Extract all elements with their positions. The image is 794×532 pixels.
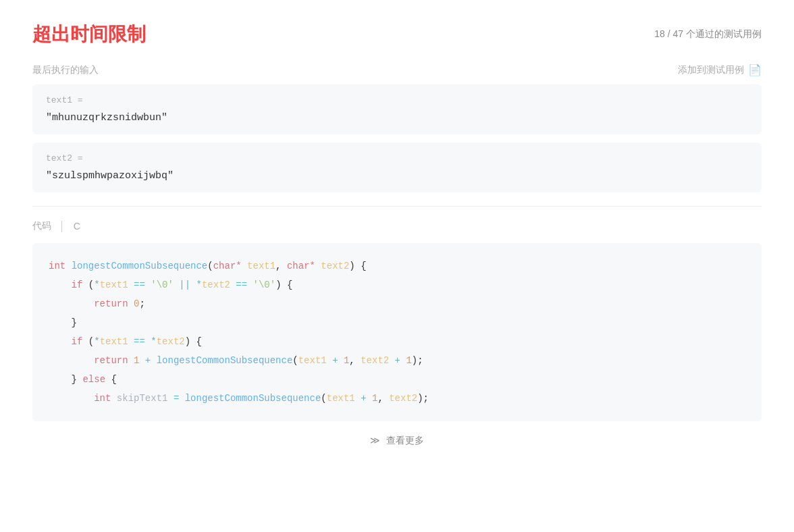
- code-line-4: }: [49, 313, 745, 332]
- code-line-6: return 1 + longestCommonSubsequence(text…: [49, 351, 745, 370]
- divider: [32, 206, 762, 207]
- last-input-label: 最后执行的输入: [32, 64, 99, 76]
- code-lang: C: [74, 221, 80, 232]
- add-to-test-label: 添加到测试用例: [678, 64, 744, 76]
- code-line-5: if (*text1 == *text2) {: [49, 332, 745, 351]
- view-more-label: 查看更多: [386, 435, 424, 446]
- test-label: 个通过的测试用例: [686, 28, 762, 39]
- input2-label: text2 =: [46, 153, 748, 163]
- input1-value: "mhunuzqrkzsnidwbun": [46, 112, 748, 124]
- input1-label: text1 =: [46, 95, 748, 105]
- chevron-down-icon: ≫: [370, 435, 380, 446]
- code-section-header: 代码 │ C: [32, 220, 762, 232]
- input2-block: text2 = "szulspmhwpazoxijwbq": [32, 142, 762, 192]
- code-line-1: int longestCommonSubsequence(char* text1…: [49, 257, 745, 275]
- code-block: int longestCommonSubsequence(char* text1…: [32, 243, 762, 421]
- code-label: 代码: [32, 220, 51, 232]
- input1-block: text1 = "mhunuzqrkzsnidwbun": [32, 84, 762, 134]
- code-line-8: int skipText1 = longestCommonSubsequence…: [49, 389, 745, 408]
- code-separator: │: [59, 221, 65, 232]
- code-line-7: } else {: [49, 370, 745, 389]
- add-to-test-button[interactable]: 添加到测试用例 📄: [678, 63, 762, 76]
- test-total: 47: [673, 28, 684, 39]
- code-line-3: return 0;: [49, 294, 745, 313]
- view-more-button[interactable]: ≫ 查看更多: [32, 427, 762, 455]
- test-count: 18 / 47 个通过的测试用例: [654, 28, 762, 41]
- page-title: 超出时间限制: [32, 22, 146, 47]
- input2-value: "szulspmhwpazoxijwbq": [46, 170, 748, 182]
- add-to-test-icon: 📄: [748, 63, 762, 76]
- code-line-2: if (*text1 == '\0' || *text2 == '\0') {: [49, 275, 745, 294]
- test-passed: 18: [654, 28, 665, 39]
